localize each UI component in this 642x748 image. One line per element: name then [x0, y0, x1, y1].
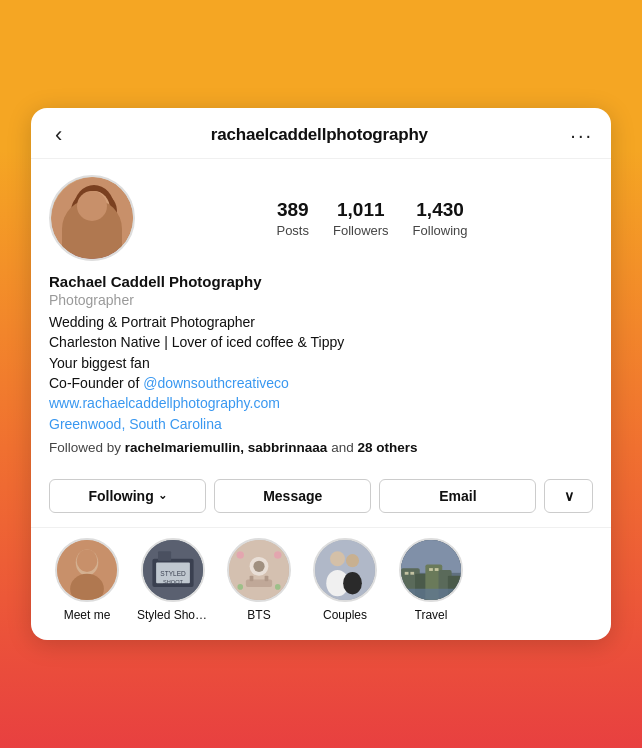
svg-point-11: [77, 549, 98, 572]
stat-following[interactable]: 1,430 Following: [413, 199, 468, 238]
svg-point-30: [330, 551, 345, 566]
highlight-styled-shoot[interactable]: STYLED SHOOT Styled Shoo...: [135, 538, 211, 622]
svg-rect-23: [250, 576, 254, 582]
following-label: Following: [413, 223, 468, 238]
chevron-down-icon: ⌄: [158, 489, 167, 502]
followed-by-post: and: [327, 440, 357, 455]
highlight-bts[interactable]: BTS: [221, 538, 297, 622]
svg-text:STYLED: STYLED: [160, 570, 186, 577]
svg-point-5: [70, 227, 118, 259]
username-title: rachaelcaddellphotography: [211, 125, 428, 145]
svg-point-27: [237, 584, 243, 590]
following-button[interactable]: Following ⌄: [49, 479, 206, 513]
followers-count: 1,011: [337, 199, 385, 221]
svg-point-25: [237, 551, 245, 559]
following-label: Following: [88, 488, 153, 504]
email-button[interactable]: Email: [379, 479, 536, 513]
bio-text: Wedding & Portrait Photographer Charlest…: [49, 312, 593, 434]
highlights-row: Meet me STYLED SHOOT Styled Shoo...: [31, 527, 611, 640]
highlight-label-styled: Styled Shoo...: [137, 608, 209, 622]
more-options-button[interactable]: ∨: [544, 479, 593, 513]
highlight-travel[interactable]: Travel: [393, 538, 469, 622]
full-name: Rachael Caddell Photography: [49, 273, 593, 290]
svg-point-4: [78, 191, 110, 227]
bio-line3: Your biggest fan: [49, 355, 150, 371]
following-count: 1,430: [416, 199, 464, 221]
svg-point-32: [346, 554, 359, 567]
action-buttons: Following ⌄ Message Email ∨: [31, 469, 611, 527]
category: Photographer: [49, 292, 593, 308]
followed-by-pre: Followed by: [49, 440, 125, 455]
stats-row: 389 Posts 1,011 Followers 1,430 Followin…: [151, 199, 593, 238]
svg-text:SHOOT: SHOOT: [163, 579, 184, 585]
followed-by: Followed by rachelmariemullin, sabbrinna…: [49, 440, 593, 455]
bio-location[interactable]: Greenwood, South Carolina: [49, 416, 222, 432]
svg-rect-43: [410, 572, 414, 575]
more-button[interactable]: ···: [570, 124, 593, 147]
bio-line1: Wedding & Portrait Photographer: [49, 314, 255, 330]
stat-posts[interactable]: 389 Posts: [276, 199, 309, 238]
posts-label: Posts: [276, 223, 309, 238]
avatar[interactable]: [49, 175, 135, 261]
bio-line2: Charleston Native | Lover of iced coffee…: [49, 334, 344, 350]
message-button[interactable]: Message: [214, 479, 371, 513]
followed-by-users[interactable]: rachelmariemullin, sabbrinnaaa: [125, 440, 328, 455]
highlight-label-meet: Meet me: [64, 608, 111, 622]
bio-line4-pre: Co-Founder of: [49, 375, 143, 391]
svg-rect-16: [158, 551, 171, 560]
svg-point-21: [253, 561, 264, 572]
followers-label: Followers: [333, 223, 389, 238]
svg-point-1: [74, 185, 114, 229]
followed-by-count[interactable]: 28 others: [357, 440, 417, 455]
svg-rect-44: [429, 568, 433, 571]
svg-point-8: [93, 225, 117, 245]
bio-website[interactable]: www.rachaelcaddellphotography.com: [49, 395, 280, 411]
svg-point-2: [71, 196, 91, 228]
top-bar: ‹ rachaelcaddellphotography ···: [31, 108, 611, 159]
svg-point-26: [274, 551, 282, 559]
bio-section: Rachael Caddell Photography Photographer…: [31, 273, 611, 469]
highlight-couples[interactable]: Couples: [307, 538, 383, 622]
svg-rect-6: [79, 232, 109, 252]
stat-followers[interactable]: 1,011 Followers: [333, 199, 389, 238]
svg-rect-41: [401, 589, 461, 600]
bio-mention[interactable]: @downsouthcreativeco: [143, 375, 289, 391]
svg-point-28: [275, 584, 281, 590]
posts-count: 389: [277, 199, 309, 221]
highlight-label-travel: Travel: [415, 608, 448, 622]
profile-card: ‹ rachaelcaddellphotography ···: [31, 108, 611, 640]
highlight-label-bts: BTS: [247, 608, 270, 622]
profile-header: 389 Posts 1,011 Followers 1,430 Followin…: [31, 159, 611, 273]
svg-rect-45: [435, 568, 439, 571]
highlight-label-couples: Couples: [323, 608, 367, 622]
svg-point-7: [71, 225, 95, 245]
svg-point-33: [343, 572, 362, 595]
svg-rect-40: [448, 576, 461, 600]
svg-rect-24: [265, 576, 269, 582]
highlight-meet-me[interactable]: Meet me: [49, 538, 125, 622]
svg-rect-42: [405, 572, 409, 575]
back-button[interactable]: ‹: [49, 122, 68, 148]
